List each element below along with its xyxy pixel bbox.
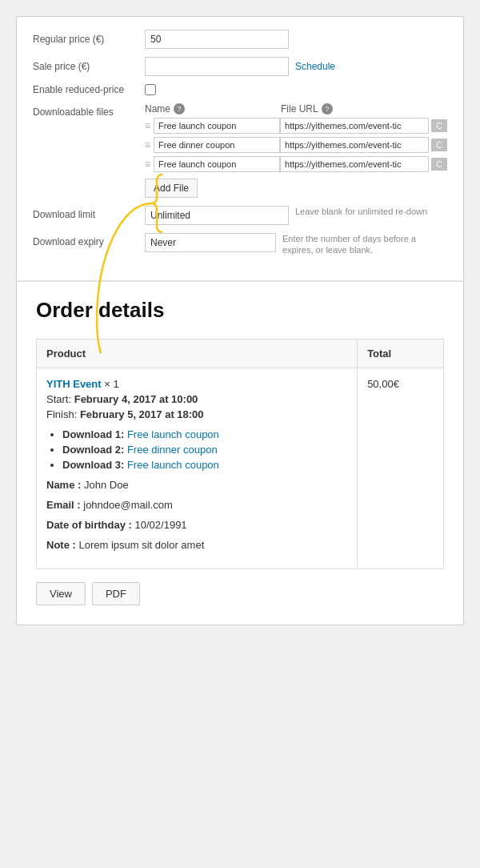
total-cell: 50,00€ [358,368,444,569]
download-item-3: Download 3: Free launch coupon [62,459,347,471]
downloadable-files-table: Name ? File URL ? ≡ C ≡ [145,103,447,198]
enable-reduced-checkbox[interactable] [145,84,156,95]
action-buttons: View PDF [36,582,444,605]
enable-reduced-row: Enable reduced-price [33,84,447,95]
total-value: 50,00€ [367,378,399,390]
pdf-button[interactable]: PDF [92,582,140,605]
dl-name-input-3[interactable] [154,156,280,172]
downloadable-files-row: Downloadable files Name ? File URL ? ≡ [33,103,447,198]
main-card: Regular price (€) Sale price (€) Schedul… [16,16,464,625]
dl-url-input-1[interactable] [280,118,429,134]
download-2-label: Download 2: [62,444,124,456]
col-product-header: Product [37,339,358,368]
email-row: Email : johndoe@mail.com [46,499,347,511]
download-expiry-row: Download expiry Enter the number of days… [33,233,447,256]
product-qty: × 1 [104,378,118,390]
download-expiry-hint: Enter the number of days before a expire… [282,233,447,256]
product-cell: YITH Event × 1 Start: February 4, 2017 a… [37,368,358,569]
regular-price-label: Regular price (€) [33,34,145,45]
url-help-icon: ? [322,103,333,115]
download-3-link[interactable]: Free launch coupon [127,459,219,471]
dl-url-input-3[interactable] [280,156,429,172]
dl-file-row-3: ≡ C [145,156,447,172]
name-row: Name : John Doe [46,479,347,491]
dob-row: Date of birthday : 10/02/1991 [46,519,347,531]
name-help-icon: ? [174,103,185,115]
col-url: File URL ? [281,103,447,115]
drag-handle-2[interactable]: ≡ [145,139,150,151]
download-expiry-label: Download expiry [33,233,145,247]
download-limit-input[interactable] [145,206,289,225]
finish-value: February 5, 2017 at 18:00 [80,408,204,420]
sale-price-input[interactable] [145,57,289,76]
dl-name-input-1[interactable] [154,118,280,134]
sale-price-label: Sale price (€) [33,61,145,72]
start-date-line: Start: February 4, 2017 at 10:00 [46,393,347,405]
dl-delete-btn-2[interactable]: C [431,139,447,151]
name-label: Name : [46,479,81,491]
download-item-1: Download 1: Free launch coupon [62,428,347,440]
dl-name-input-2[interactable] [154,137,280,153]
dl-file-row-2: ≡ C [145,137,447,153]
dl-delete-btn-3[interactable]: C [431,158,447,171]
download-item-2: Download 2: Free dinner coupon [62,444,347,456]
download-list: Download 1: Free launch coupon Download … [46,428,347,471]
download-1-label: Download 1: [62,428,124,440]
dl-file-row-1: ≡ C [145,118,447,134]
drag-handle-3[interactable]: ≡ [145,159,150,170]
start-label: Start: [46,393,71,405]
dl-delete-btn-1[interactable]: C [431,119,447,132]
order-details-title: Order details [36,298,444,323]
regular-price-row: Regular price (€) [33,30,447,49]
download-limit-row: Download limit Leave blank for unlimited… [33,206,447,225]
email-label: Email : [46,499,81,511]
order-table-row: YITH Event × 1 Start: February 4, 2017 a… [37,368,444,569]
order-table: Product Total YITH Event × 1 Start: Febr… [36,339,444,569]
note-row: Note : Lorem ipsum sit dolor amet [46,539,347,551]
name-value: John Doe [84,479,129,491]
product-link[interactable]: YITH Event [46,378,102,390]
sale-price-row: Sale price (€) Schedule [33,57,447,76]
finish-label: Finish: [46,408,77,420]
drag-handle-1[interactable]: ≡ [145,120,150,131]
download-2-link[interactable]: Free dinner coupon [127,444,218,456]
download-limit-hint: Leave blank for unlimited re-down [295,206,427,217]
email-value: johndoe@mail.com [83,499,172,511]
downloadable-files-label: Downloadable files [33,103,145,118]
dl-files-header: Name ? File URL ? [145,103,447,115]
top-section: Regular price (€) Sale price (€) Schedul… [17,17,463,282]
view-button[interactable]: View [36,582,86,605]
col-name: Name ? [145,103,281,115]
download-3-label: Download 3: [62,459,124,471]
schedule-link[interactable]: Schedule [295,61,335,72]
enable-reduced-label: Enable reduced-price [33,84,145,95]
order-table-header-row: Product Total [37,339,444,368]
dl-url-input-2[interactable] [280,137,429,153]
note-label: Note : [46,539,76,551]
download-limit-label: Download limit [33,206,145,220]
start-value: February 4, 2017 at 10:00 [74,393,198,405]
note-value: Lorem ipsum sit dolor amet [78,539,204,551]
download-expiry-input[interactable] [145,233,276,252]
dob-value: 10/02/1991 [135,519,187,531]
col-total-header: Total [358,339,444,368]
product-title-line: YITH Event × 1 [46,378,347,390]
regular-price-input[interactable] [145,30,289,49]
finish-date-line: Finish: February 5, 2017 at 18:00 [46,408,347,420]
bottom-section: Order details Product Total YITH Event ×… [17,282,463,625]
download-1-link[interactable]: Free launch coupon [127,428,219,440]
dob-label: Date of birthday : [46,519,132,531]
add-file-button[interactable]: Add File [145,179,198,198]
